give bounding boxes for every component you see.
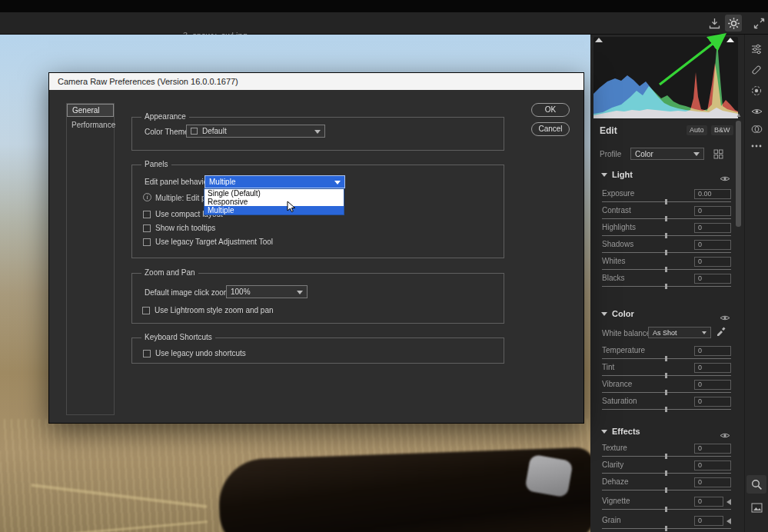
slider-value[interactable]: 0 — [694, 206, 731, 216]
dropdown-option-single[interactable]: Single (Default) — [204, 189, 344, 198]
slider-thumb[interactable] — [665, 216, 667, 221]
slider-highlights[interactable]: Highlights 0 — [602, 223, 731, 238]
white-balance-dropdown[interactable]: As Shot — [648, 327, 711, 338]
slider-thumb[interactable] — [665, 390, 667, 395]
chevron-down-icon[interactable] — [601, 312, 607, 316]
ok-button[interactable]: OK — [531, 103, 570, 117]
slider-value[interactable]: 0 — [694, 240, 731, 250]
save-download-button[interactable] — [706, 15, 723, 32]
slider-value[interactable]: 0 — [694, 461, 731, 470]
profile-browser-button[interactable] — [713, 148, 723, 162]
edit-panel-title: Edit — [600, 125, 617, 136]
slider-thumb[interactable] — [665, 487, 667, 493]
slider-value[interactable]: 0 — [694, 274, 731, 284]
chevron-down-icon[interactable] — [601, 430, 607, 434]
dropdown-option-multiple[interactable]: Multiple — [204, 206, 344, 214]
red-eye-tool-button[interactable] — [746, 102, 766, 121]
slider-label: Texture — [602, 444, 627, 452]
slider-exposure[interactable]: Exposure 0.00 — [602, 189, 731, 204]
slider-thumb[interactable] — [665, 250, 667, 255]
fit-view-button[interactable] — [746, 498, 766, 517]
cancel-button[interactable]: Cancel — [531, 122, 570, 136]
scrollbar-up-arrow[interactable]: ▲ — [736, 111, 742, 118]
auto-button[interactable]: Auto — [687, 125, 707, 135]
slider-clarity[interactable]: Clarity 0 — [602, 461, 731, 476]
nav-item-general[interactable]: General — [67, 104, 114, 117]
highlight-clipping-icon[interactable] — [726, 38, 734, 42]
slider-value[interactable]: 0 — [694, 380, 731, 390]
slider-value[interactable]: 0 — [694, 223, 731, 233]
slider-texture[interactable]: Texture 0 — [602, 444, 731, 459]
light-section-title[interactable]: Light — [612, 170, 633, 179]
slider-tint[interactable]: Tint 0 — [602, 363, 731, 378]
slider-contrast[interactable]: Contrast 0 — [602, 206, 731, 221]
healing-icon — [750, 64, 763, 76]
healing-tool-button[interactable] — [746, 61, 766, 79]
slider-value[interactable]: 0 — [694, 346, 731, 356]
dropdown-option-responsive[interactable]: Responsive — [204, 198, 344, 206]
dialog-title[interactable]: Camera Raw Preferences (Version 16.0.0.1… — [49, 73, 583, 90]
slider-value[interactable]: 0 — [694, 477, 731, 487]
legacy-tat-checkbox[interactable] — [143, 238, 151, 246]
slider-thumb[interactable] — [665, 407, 667, 412]
rich-tooltips-checkbox[interactable] — [143, 224, 151, 232]
slider-label: Shadows — [602, 240, 633, 248]
color-visibility-toggle[interactable] — [720, 311, 730, 324]
expand-left-icon[interactable] — [726, 499, 731, 505]
white-balance-eyedropper[interactable] — [716, 325, 726, 339]
legacy-undo-checkbox[interactable] — [143, 350, 151, 357]
slider-label: Blacks — [602, 274, 624, 282]
histogram[interactable] — [593, 37, 738, 118]
slider-saturation[interactable]: Saturation 0 — [602, 397, 731, 412]
slider-temperature[interactable]: Temperature 0 — [602, 346, 731, 361]
slider-value[interactable]: 0 — [694, 444, 731, 454]
slider-thumb[interactable] — [665, 267, 667, 272]
fullscreen-button[interactable] — [750, 15, 767, 32]
color-theme-label: Color Theme: — [145, 128, 191, 136]
slider-whites[interactable]: Whites 0 — [602, 257, 731, 272]
slider-thumb[interactable] — [665, 199, 667, 204]
light-visibility-toggle[interactable] — [720, 171, 730, 185]
slider-thumb[interactable] — [665, 454, 667, 459]
presets-tool-button[interactable] — [746, 120, 766, 138]
slider-blacks[interactable]: Blacks 0 — [602, 274, 731, 289]
chevron-down-icon[interactable] — [601, 173, 607, 177]
slider-value[interactable]: 0 — [694, 363, 731, 373]
preferences-gear-button[interactable] — [725, 15, 742, 32]
slider-shadows[interactable]: Shadows 0 — [602, 240, 731, 255]
slider-grain[interactable]: Grain 0 — [602, 516, 731, 531]
slider-thumb[interactable] — [665, 356, 667, 361]
slider-thumb[interactable] — [665, 507, 667, 512]
slider-vignette[interactable]: Vignette 0 — [602, 497, 731, 512]
shadow-clipping-icon[interactable] — [595, 38, 603, 42]
edit-panel-behavior-combobox[interactable]: Multiple — [204, 175, 345, 188]
compact-layout-checkbox[interactable] — [143, 211, 151, 218]
color-theme-dropdown[interactable]: Default — [186, 125, 325, 138]
slider-value[interactable]: 0 — [694, 397, 731, 407]
masking-tool-button[interactable] — [746, 81, 766, 100]
bw-button[interactable]: B&W — [711, 125, 733, 135]
slider-value[interactable]: 0 — [694, 497, 723, 507]
slider-value[interactable]: 0 — [694, 516, 723, 526]
nav-item-performance[interactable]: Performance — [71, 121, 115, 129]
zoom-default-dropdown[interactable]: 100% — [226, 285, 308, 298]
zoom-tool-button[interactable] — [746, 475, 766, 494]
profile-dropdown[interactable]: Color — [630, 148, 704, 160]
expand-left-icon[interactable] — [726, 518, 731, 524]
effects-visibility-toggle[interactable] — [720, 428, 730, 442]
slider-thumb[interactable] — [665, 526, 667, 531]
slider-value[interactable]: 0.00 — [694, 189, 731, 199]
more-options-button[interactable] — [746, 137, 766, 155]
slider-thumb[interactable] — [665, 470, 667, 476]
slider-thumb[interactable] — [665, 373, 667, 378]
slider-vibrance[interactable]: Vibrance 0 — [602, 380, 731, 395]
color-section-title[interactable]: Color — [612, 309, 634, 318]
slider-thumb[interactable] — [665, 233, 667, 238]
lightroom-zoom-checkbox[interactable] — [142, 307, 150, 314]
slider-value[interactable]: 0 — [694, 257, 731, 267]
effects-section-title[interactable]: Effects — [612, 427, 640, 436]
panel-scrollbar[interactable] — [736, 121, 741, 227]
slider-dehaze[interactable]: Dehaze 0 — [602, 477, 731, 493]
edit-tool-button[interactable] — [746, 40, 766, 58]
slider-thumb[interactable] — [665, 284, 667, 289]
